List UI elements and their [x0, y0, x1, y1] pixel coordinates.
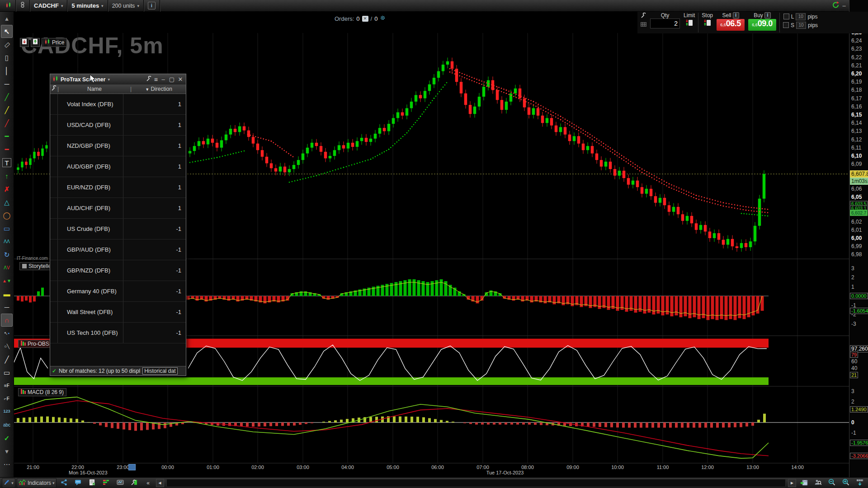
screener-row[interactable]: US Tech 100 (DFB)-1 — [50, 323, 186, 343]
scroll-right-button[interactable]: ► — [788, 479, 796, 487]
screener-minimize-button[interactable]: – — [160, 76, 166, 83]
screener-row[interactable]: Germany 40 (DFB)-1 — [50, 281, 186, 302]
screener-row[interactable]: Wall Street (DFB)-1 — [50, 302, 186, 323]
trendline-green-tool-icon[interactable]: ╱ — [1, 90, 13, 103]
backtest-button[interactable] — [128, 479, 141, 488]
long-pips-input[interactable]: 10 — [796, 13, 806, 20]
more-tools-icon[interactable]: ⋯ — [1, 458, 13, 471]
fibonacci-fan-tool-icon[interactable]: ⌐F — [1, 392, 13, 405]
stop-order-icon[interactable] — [703, 19, 712, 28]
diagonal-line-tool-icon[interactable]: ╱ — [1, 353, 13, 366]
channel-tool-icon[interactable]: ΛV — [1, 261, 13, 274]
news-button[interactable] — [86, 479, 99, 488]
scroll-left-button[interactable]: ◄ — [156, 479, 164, 487]
rectangle-tool-icon[interactable]: ▭ — [1, 366, 13, 379]
units-dropdown[interactable]: 200 units ▾ — [108, 0, 144, 12]
axis-marker[interactable] — [128, 464, 136, 470]
screener-row[interactable]: AUD/CHF (DFB)1 — [50, 198, 186, 219]
orders-settings-gear-icon[interactable] — [380, 15, 386, 22]
price-axis[interactable]: 6,986,996,006,016,026,056,066,096,106,11… — [849, 0, 868, 488]
zigzag-tool-icon[interactable]: ΛΛ — [1, 235, 13, 248]
channel-yellow-tool-icon[interactable]: ▬ — [1, 287, 13, 300]
long-checkbox[interactable] — [783, 14, 789, 19]
screener-row[interactable]: Volat Index (DFB)1 — [50, 94, 186, 115]
quantity-input[interactable] — [650, 19, 680, 28]
screener-menu-icon[interactable]: ≡ — [154, 76, 158, 83]
zoom-in-button[interactable] — [840, 479, 852, 488]
sell-info-icon[interactable]: i — [733, 12, 739, 19]
scroll-down-icon[interactable]: ▾ — [1, 445, 13, 458]
zoom-out-button[interactable] — [826, 479, 838, 488]
refresh-icon[interactable] — [832, 1, 840, 10]
screener-row[interactable]: GBP/NZD (DFB)-1 — [50, 260, 186, 281]
short-checkbox[interactable] — [783, 22, 789, 28]
screener-close-button[interactable]: ✕ — [177, 76, 184, 83]
price-legend[interactable]: Price — [42, 38, 67, 47]
buy-order-doc-icon[interactable] — [31, 38, 40, 47]
rectangle-blue-tool-icon[interactable]: ▭ — [1, 222, 13, 235]
text-tool-icon[interactable]: T — [2, 158, 11, 167]
arrow-up-tool-icon[interactable]: ↑ — [1, 169, 13, 183]
time-axis[interactable]: 21:0022:0023:0000:0001:0002:0003:0004:00… — [14, 464, 849, 477]
magnet-tool-icon[interactable]: ∩ — [1, 314, 13, 327]
macd-legend[interactable]: MACD (8 26 9) — [18, 388, 66, 396]
wedge-tool-icon[interactable]: ▲▼ — [1, 274, 13, 287]
strategy-button[interactable] — [100, 479, 113, 488]
share-button[interactable] — [58, 479, 71, 488]
proobs-legend[interactable]: Pro-OBS — [18, 340, 52, 348]
chevron-down-icon[interactable]: ▾ — [108, 77, 110, 82]
screener-row[interactable]: US Crude (DFB)-1 — [50, 219, 186, 239]
column-settings-wrench-icon[interactable] — [50, 85, 57, 93]
line-white-tool-icon[interactable]: ─ — [1, 300, 13, 314]
scroll-up-icon[interactable]: ▴ — [1, 12, 13, 25]
segment-red-tool-icon[interactable]: ━ — [1, 143, 13, 156]
elliott-wave-numbers-icon[interactable]: ¹²³ — [1, 405, 13, 418]
screener-row[interactable]: USD/CAD (DFB)1 — [50, 115, 186, 136]
screener-settings-wrench-icon[interactable] — [146, 75, 152, 84]
draw-tools-button[interactable]: ▾ — [2, 478, 15, 488]
timeframe-dropdown[interactable]: 5 minutes ▾ — [67, 0, 108, 12]
limit-order-icon[interactable] — [685, 19, 693, 28]
close-orders-icon[interactable]: ✕ — [362, 16, 368, 22]
inspect-trader-button[interactable] — [811, 479, 824, 488]
screener-row[interactable]: GBP/AUD (DFB)-1 — [50, 239, 186, 260]
segment-green-tool-icon[interactable]: ━ — [1, 130, 13, 143]
trendline-red-tool-icon[interactable]: ╱ — [1, 117, 13, 130]
fibonacci-tool-icon[interactable]: ≡F — [1, 379, 13, 392]
sell-order-doc-icon[interactable] — [20, 38, 29, 47]
fit-columns-button[interactable] — [854, 479, 866, 488]
sell-button[interactable]: 6,6 06.5 — [717, 19, 745, 31]
buy-button[interactable]: 6,6 09.0 — [748, 19, 776, 31]
horizontal-line-tool-icon[interactable]: ─ — [1, 77, 13, 90]
elliott-wave-letters-icon[interactable]: abc — [1, 418, 13, 432]
triangle-tool-icon[interactable]: △ — [1, 196, 13, 209]
rotate-pointer-tool-icon[interactable]: ↻ — [1, 248, 13, 261]
cross-tool-icon[interactable]: ✗ — [1, 183, 13, 196]
screener-row[interactable]: EUR/NZD (DFB)1 — [50, 177, 186, 198]
screener-row[interactable]: NZD/GBP (DFB)1 — [50, 136, 186, 156]
chat-button[interactable] — [72, 479, 85, 488]
zoom-tool-icon[interactable]: ○╲ — [1, 340, 13, 353]
horizontal-scrollbar[interactable] — [166, 479, 786, 487]
collapse-toolbar-button[interactable]: « — [142, 479, 155, 488]
screener-maximize-button[interactable]: ▢ — [169, 76, 175, 83]
screener-titlebar[interactable]: ProTrax Screener ▾ ≡ – ▢ ✕ — [50, 74, 186, 84]
screener-row[interactable]: AUD/GBP (DFB)1 — [50, 156, 186, 177]
chart-info-button[interactable]: i — [144, 0, 160, 12]
keypad-icon[interactable] — [641, 20, 646, 28]
column-header-direction[interactable]: ▼ Direction — [132, 86, 186, 92]
link-button[interactable] — [16, 0, 30, 12]
buy-info-icon[interactable]: i — [764, 12, 771, 19]
vertical-line-tool-icon[interactable]: │ — [1, 64, 13, 77]
column-header-name[interactable]: Name — [59, 86, 130, 92]
screenshot-button[interactable] — [114, 479, 127, 488]
symbol-dropdown[interactable]: CADCHF ▾ — [30, 0, 67, 12]
confirm-tool-icon[interactable]: ✓ — [1, 432, 13, 445]
minimize-button[interactable]: – — [840, 2, 849, 9]
short-pips-input[interactable]: 10 — [796, 22, 806, 29]
ellipse-tool-icon[interactable]: ◯ — [1, 209, 13, 222]
trendline-yellow-tool-icon[interactable]: ╱ — [1, 103, 13, 117]
lock-pointer-tool-icon[interactable]: ↖▪ — [1, 327, 13, 340]
indicators-button[interactable]: Indicators ▾ — [17, 478, 57, 488]
goto-date-button[interactable] — [797, 479, 810, 488]
